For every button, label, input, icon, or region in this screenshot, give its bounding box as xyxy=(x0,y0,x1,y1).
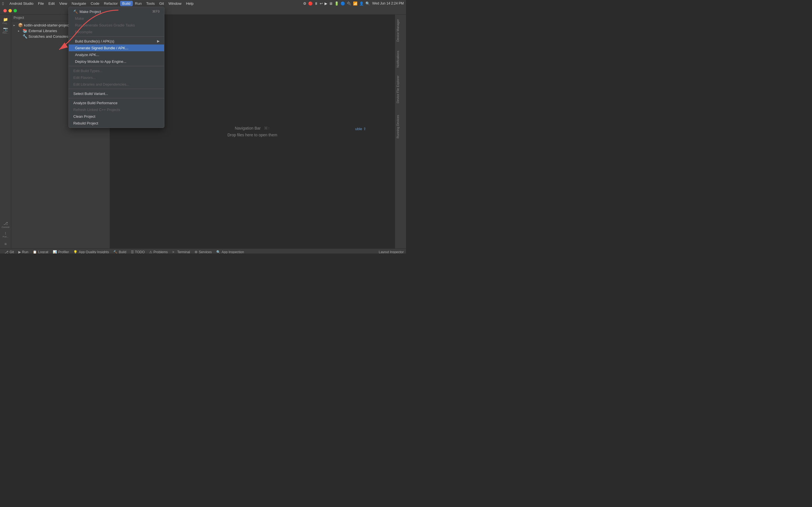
icon-8: 🔵 xyxy=(341,1,345,6)
aqi-label: App Quality Insights xyxy=(79,250,109,254)
menu-refactor[interactable]: Refactor xyxy=(101,1,120,6)
menu-edit-build-types: Edit Build Types... xyxy=(69,67,164,74)
profiler-tool[interactable]: 📊 Profiler xyxy=(50,249,71,254)
generate-signed-label: Generate Signed Bundle / APK... xyxy=(75,46,160,50)
problems-tool[interactable]: ⚠ Problems xyxy=(147,249,170,254)
menu-file[interactable]: File xyxy=(36,1,46,6)
icon-4: ↩ xyxy=(320,1,323,6)
menu-run[interactable]: Run xyxy=(133,1,144,6)
menu-rebuild-project[interactable]: Rebuild Project xyxy=(69,120,164,126)
running-devices-label: Running Devices xyxy=(396,115,400,138)
menu-help[interactable]: Help xyxy=(184,1,196,6)
logcat-tool[interactable]: 📋 Logcat xyxy=(31,249,50,254)
app-inspection-tool[interactable]: 🔍 App Inspection xyxy=(214,249,246,254)
deploy-module-label: Deploy Module to App Engine... xyxy=(75,59,160,64)
menu-make-project[interactable]: 🔨 Make Project ⌘F9 xyxy=(69,8,164,15)
menu-window[interactable]: Window xyxy=(166,1,184,6)
bottom-toolbar: ⎇ Git ▶ Run 📋 Logcat 📊 Profiler 💡 App Qu… xyxy=(0,248,406,253)
app-quality-insights-tool[interactable]: 💡 App Quality Insights xyxy=(71,249,111,254)
maximize-button[interactable] xyxy=(13,9,17,12)
sidebar-resource-manager[interactable]: 📷 Res... xyxy=(1,26,11,35)
menu-build-bundle[interactable]: Build Bundle(s) / APK(s) ▶ xyxy=(69,38,164,45)
select-build-variant-label: Select Build Variant... xyxy=(73,92,160,96)
title-bar xyxy=(0,7,406,15)
menu-git[interactable]: Git xyxy=(157,1,166,6)
edit-libraries-label: Edit Libraries and Dependencies... xyxy=(73,82,160,87)
system-icons: ⚙ 🔴 ⏸ ↩ ▶ 🖥 🔋 🔵 🔌 📶 👤 🔍 xyxy=(303,1,370,6)
terminal-tool[interactable]: >_ Terminal xyxy=(170,249,192,254)
make-project-label: Make Project xyxy=(80,10,152,14)
recompile-label: Recompile xyxy=(75,30,160,34)
menu-select-build-variant[interactable]: Select Build Variant... xyxy=(69,90,164,97)
structure-icon: ≡ xyxy=(4,242,6,246)
menu-view[interactable]: View xyxy=(57,1,69,6)
menu-edit-flavors: Edit Flavors... xyxy=(69,74,164,81)
commit-icon: ⎇ xyxy=(3,221,8,226)
sidebar-bottom[interactable]: ≡ xyxy=(1,239,11,248)
git-tool[interactable]: ⎇ Git xyxy=(2,249,16,254)
profiler-icon: 📊 xyxy=(53,250,57,254)
separator-4 xyxy=(69,98,164,98)
problems-icon: ⚠ xyxy=(149,250,152,254)
menu-navigate[interactable]: Navigate xyxy=(69,1,88,6)
menu-generate-signed[interactable]: Generate Signed Bundle / APK... xyxy=(69,45,164,51)
main-container: 📁 Proj... 📷 Res... ⎇ Commit ↕ Pull... ≡ … xyxy=(0,15,406,248)
menu-deploy-module[interactable]: Deploy Module to App Engine... xyxy=(69,58,164,65)
menu-bar-right: ⚙ 🔴 ⏸ ↩ ▶ 🖥 🔋 🔵 🔌 📶 👤 🔍 Wed Jun 14 2:24 … xyxy=(303,1,404,6)
sidebar-commit[interactable]: ⎇ Commit xyxy=(1,220,11,229)
close-button[interactable] xyxy=(3,9,7,12)
menu-analyze-apk[interactable]: Analyze APK... xyxy=(69,51,164,58)
icon-9: 🔌 xyxy=(347,1,351,6)
run-tool[interactable]: ▶ Run xyxy=(16,249,31,254)
commit-label: Commit xyxy=(2,226,10,228)
menu-build[interactable]: Build xyxy=(120,1,133,6)
menu-refresh-linked: Refresh Linked C++ Projects xyxy=(69,106,164,113)
drop-files-label: Drop files here to open them xyxy=(227,133,277,137)
menu-edit-libraries: Edit Libraries and Dependencies... xyxy=(69,81,164,88)
icon-7: 🔋 xyxy=(335,1,339,6)
analyze-build-perf-label: Analyze Build Performance xyxy=(73,101,160,105)
services-tool[interactable]: ⚙ Services xyxy=(192,249,214,254)
todo-label: TODO xyxy=(135,250,145,254)
nav-shortcut: ⌘↑ xyxy=(264,126,270,130)
git-icon: ⎇ xyxy=(4,250,8,254)
left-sidebar: 📁 Proj... 📷 Res... ⎇ Commit ↕ Pull... ≡ xyxy=(0,15,11,248)
problems-label: Problems xyxy=(153,250,168,254)
running-devices-tab[interactable]: Running Devices xyxy=(395,110,401,143)
menu-edit[interactable]: Edit xyxy=(46,1,57,6)
rebuild-project-label: Rebuild Project xyxy=(73,121,160,125)
double-click-hint: uble ⇧ xyxy=(355,127,366,131)
device-file-explorer-tab[interactable]: Device File Explorer xyxy=(395,71,401,108)
menu-bar:  Android Studio File Edit View Navigate… xyxy=(0,0,406,7)
refresh-linked-label: Refresh Linked C++ Projects xyxy=(73,108,160,112)
icon-2: 🔴 xyxy=(308,1,313,6)
icon-5: ▶ xyxy=(324,1,327,6)
menu-android-studio[interactable]: Android Studio xyxy=(7,1,36,6)
build-dropdown-menu[interactable]: 🔨 Make Project ⌘F9 Make Run Generate Sou… xyxy=(68,7,164,128)
minimize-button[interactable] xyxy=(8,9,12,12)
notifications-tab[interactable]: Notifications xyxy=(395,46,401,72)
icon-search: 🔍 xyxy=(365,1,370,6)
menu-clean-project[interactable]: Clean Project xyxy=(69,113,164,120)
pr-icon: ↕ xyxy=(4,231,6,235)
run-label: Run xyxy=(22,250,28,254)
menu-code[interactable]: Code xyxy=(88,1,101,6)
menu-recompile: Recompile xyxy=(69,29,164,35)
project-icon: 📁 xyxy=(3,17,8,22)
layout-inspector-label[interactable]: Layout Inspector xyxy=(378,250,404,254)
logcat-label: Logcat xyxy=(38,250,48,254)
sidebar-pull-requests[interactable]: ↕ Pull... xyxy=(1,230,11,239)
make-project-icon: 🔨 xyxy=(73,10,78,14)
icon-6: 🖥 xyxy=(329,1,333,6)
todo-tool[interactable]: ☰ TODO xyxy=(129,249,147,254)
menu-analyze-build-performance[interactable]: Analyze Build Performance xyxy=(69,100,164,106)
menu-tools[interactable]: Tools xyxy=(144,1,157,6)
apple-menu[interactable]:  xyxy=(2,1,4,6)
build-bundle-arrow: ▶ xyxy=(157,39,160,43)
device-manager-tab[interactable]: Device Manager xyxy=(395,15,401,46)
icon-1: ⚙ xyxy=(303,1,306,6)
sidebar-project[interactable]: 📁 Proj... xyxy=(1,16,11,25)
project-name: kotlin-android-starter-project xyxy=(24,23,71,27)
build-tool[interactable]: 🔨 Build xyxy=(111,249,129,254)
build-icon: 🔨 xyxy=(113,250,117,254)
